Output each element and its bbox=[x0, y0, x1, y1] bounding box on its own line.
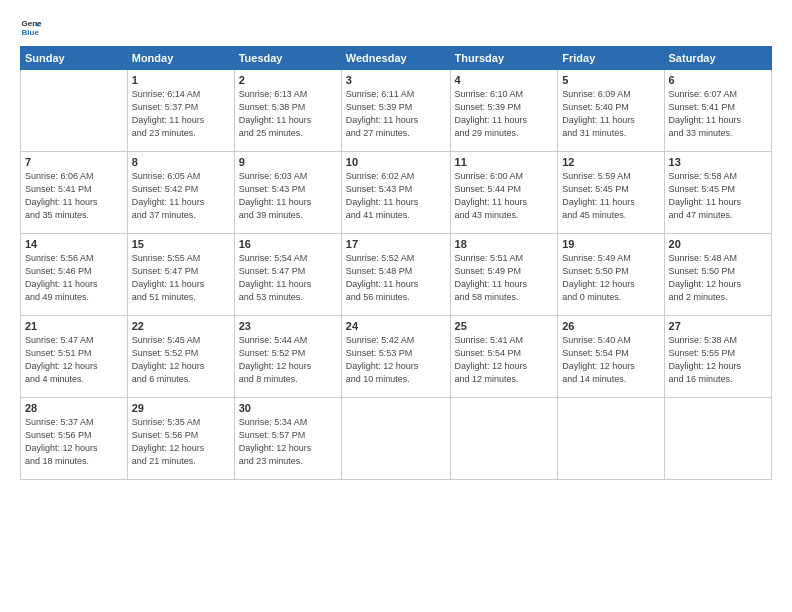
day-info: Sunrise: 6:11 AM Sunset: 5:39 PM Dayligh… bbox=[346, 88, 446, 140]
day-info: Sunrise: 6:05 AM Sunset: 5:42 PM Dayligh… bbox=[132, 170, 230, 222]
header-cell-saturday: Saturday bbox=[664, 47, 771, 70]
day-cell: 15Sunrise: 5:55 AM Sunset: 5:47 PM Dayli… bbox=[127, 234, 234, 316]
day-number: 13 bbox=[669, 156, 767, 168]
week-row-3: 14Sunrise: 5:56 AM Sunset: 5:46 PM Dayli… bbox=[21, 234, 772, 316]
day-cell: 11Sunrise: 6:00 AM Sunset: 5:44 PM Dayli… bbox=[450, 152, 558, 234]
day-info: Sunrise: 5:58 AM Sunset: 5:45 PM Dayligh… bbox=[669, 170, 767, 222]
day-info: Sunrise: 6:09 AM Sunset: 5:40 PM Dayligh… bbox=[562, 88, 659, 140]
day-cell: 7Sunrise: 6:06 AM Sunset: 5:41 PM Daylig… bbox=[21, 152, 128, 234]
header-cell-monday: Monday bbox=[127, 47, 234, 70]
day-cell: 1Sunrise: 6:14 AM Sunset: 5:37 PM Daylig… bbox=[127, 70, 234, 152]
day-info: Sunrise: 5:34 AM Sunset: 5:57 PM Dayligh… bbox=[239, 416, 337, 468]
day-cell: 22Sunrise: 5:45 AM Sunset: 5:52 PM Dayli… bbox=[127, 316, 234, 398]
header: General Blue bbox=[20, 16, 772, 38]
day-number: 12 bbox=[562, 156, 659, 168]
day-number: 23 bbox=[239, 320, 337, 332]
day-cell: 16Sunrise: 5:54 AM Sunset: 5:47 PM Dayli… bbox=[234, 234, 341, 316]
day-number: 7 bbox=[25, 156, 123, 168]
week-row-5: 28Sunrise: 5:37 AM Sunset: 5:56 PM Dayli… bbox=[21, 398, 772, 480]
day-cell: 26Sunrise: 5:40 AM Sunset: 5:54 PM Dayli… bbox=[558, 316, 664, 398]
day-cell: 9Sunrise: 6:03 AM Sunset: 5:43 PM Daylig… bbox=[234, 152, 341, 234]
day-cell bbox=[664, 398, 771, 480]
calendar-table: SundayMondayTuesdayWednesdayThursdayFrid… bbox=[20, 46, 772, 480]
day-number: 28 bbox=[25, 402, 123, 414]
day-number: 10 bbox=[346, 156, 446, 168]
day-number: 26 bbox=[562, 320, 659, 332]
day-number: 24 bbox=[346, 320, 446, 332]
day-info: Sunrise: 5:47 AM Sunset: 5:51 PM Dayligh… bbox=[25, 334, 123, 386]
day-number: 6 bbox=[669, 74, 767, 86]
day-number: 29 bbox=[132, 402, 230, 414]
header-row: SundayMondayTuesdayWednesdayThursdayFrid… bbox=[21, 47, 772, 70]
day-cell: 4Sunrise: 6:10 AM Sunset: 5:39 PM Daylig… bbox=[450, 70, 558, 152]
day-cell: 19Sunrise: 5:49 AM Sunset: 5:50 PM Dayli… bbox=[558, 234, 664, 316]
day-info: Sunrise: 5:51 AM Sunset: 5:49 PM Dayligh… bbox=[455, 252, 554, 304]
day-cell: 24Sunrise: 5:42 AM Sunset: 5:53 PM Dayli… bbox=[341, 316, 450, 398]
day-cell: 10Sunrise: 6:02 AM Sunset: 5:43 PM Dayli… bbox=[341, 152, 450, 234]
day-number: 5 bbox=[562, 74, 659, 86]
day-cell: 5Sunrise: 6:09 AM Sunset: 5:40 PM Daylig… bbox=[558, 70, 664, 152]
day-cell: 3Sunrise: 6:11 AM Sunset: 5:39 PM Daylig… bbox=[341, 70, 450, 152]
day-info: Sunrise: 5:37 AM Sunset: 5:56 PM Dayligh… bbox=[25, 416, 123, 468]
day-number: 17 bbox=[346, 238, 446, 250]
day-number: 18 bbox=[455, 238, 554, 250]
day-info: Sunrise: 5:42 AM Sunset: 5:53 PM Dayligh… bbox=[346, 334, 446, 386]
day-number: 2 bbox=[239, 74, 337, 86]
week-row-4: 21Sunrise: 5:47 AM Sunset: 5:51 PM Dayli… bbox=[21, 316, 772, 398]
day-cell: 2Sunrise: 6:13 AM Sunset: 5:38 PM Daylig… bbox=[234, 70, 341, 152]
day-info: Sunrise: 5:54 AM Sunset: 5:47 PM Dayligh… bbox=[239, 252, 337, 304]
day-cell bbox=[341, 398, 450, 480]
day-number: 16 bbox=[239, 238, 337, 250]
calendar-page: General Blue SundayMondayTuesdayWednesda… bbox=[0, 0, 792, 612]
day-number: 15 bbox=[132, 238, 230, 250]
logo-icon: General Blue bbox=[20, 16, 42, 38]
day-number: 25 bbox=[455, 320, 554, 332]
day-cell: 13Sunrise: 5:58 AM Sunset: 5:45 PM Dayli… bbox=[664, 152, 771, 234]
day-cell: 20Sunrise: 5:48 AM Sunset: 5:50 PM Dayli… bbox=[664, 234, 771, 316]
day-cell: 28Sunrise: 5:37 AM Sunset: 5:56 PM Dayli… bbox=[21, 398, 128, 480]
header-cell-friday: Friday bbox=[558, 47, 664, 70]
day-cell: 8Sunrise: 6:05 AM Sunset: 5:42 PM Daylig… bbox=[127, 152, 234, 234]
day-info: Sunrise: 5:38 AM Sunset: 5:55 PM Dayligh… bbox=[669, 334, 767, 386]
day-cell: 27Sunrise: 5:38 AM Sunset: 5:55 PM Dayli… bbox=[664, 316, 771, 398]
header-cell-wednesday: Wednesday bbox=[341, 47, 450, 70]
day-number: 27 bbox=[669, 320, 767, 332]
header-cell-thursday: Thursday bbox=[450, 47, 558, 70]
day-number: 21 bbox=[25, 320, 123, 332]
day-info: Sunrise: 5:45 AM Sunset: 5:52 PM Dayligh… bbox=[132, 334, 230, 386]
day-cell: 25Sunrise: 5:41 AM Sunset: 5:54 PM Dayli… bbox=[450, 316, 558, 398]
day-cell bbox=[450, 398, 558, 480]
day-info: Sunrise: 5:35 AM Sunset: 5:56 PM Dayligh… bbox=[132, 416, 230, 468]
week-row-1: 1Sunrise: 6:14 AM Sunset: 5:37 PM Daylig… bbox=[21, 70, 772, 152]
day-info: Sunrise: 6:02 AM Sunset: 5:43 PM Dayligh… bbox=[346, 170, 446, 222]
day-number: 4 bbox=[455, 74, 554, 86]
day-number: 1 bbox=[132, 74, 230, 86]
day-number: 20 bbox=[669, 238, 767, 250]
day-number: 14 bbox=[25, 238, 123, 250]
day-info: Sunrise: 5:40 AM Sunset: 5:54 PM Dayligh… bbox=[562, 334, 659, 386]
day-info: Sunrise: 5:55 AM Sunset: 5:47 PM Dayligh… bbox=[132, 252, 230, 304]
day-cell: 29Sunrise: 5:35 AM Sunset: 5:56 PM Dayli… bbox=[127, 398, 234, 480]
day-info: Sunrise: 5:41 AM Sunset: 5:54 PM Dayligh… bbox=[455, 334, 554, 386]
day-info: Sunrise: 5:49 AM Sunset: 5:50 PM Dayligh… bbox=[562, 252, 659, 304]
day-cell: 14Sunrise: 5:56 AM Sunset: 5:46 PM Dayli… bbox=[21, 234, 128, 316]
day-number: 22 bbox=[132, 320, 230, 332]
day-info: Sunrise: 5:44 AM Sunset: 5:52 PM Dayligh… bbox=[239, 334, 337, 386]
day-cell: 30Sunrise: 5:34 AM Sunset: 5:57 PM Dayli… bbox=[234, 398, 341, 480]
day-cell bbox=[558, 398, 664, 480]
header-cell-tuesday: Tuesday bbox=[234, 47, 341, 70]
day-number: 30 bbox=[239, 402, 337, 414]
day-number: 3 bbox=[346, 74, 446, 86]
day-info: Sunrise: 6:03 AM Sunset: 5:43 PM Dayligh… bbox=[239, 170, 337, 222]
day-cell: 17Sunrise: 5:52 AM Sunset: 5:48 PM Dayli… bbox=[341, 234, 450, 316]
day-info: Sunrise: 6:07 AM Sunset: 5:41 PM Dayligh… bbox=[669, 88, 767, 140]
day-info: Sunrise: 6:13 AM Sunset: 5:38 PM Dayligh… bbox=[239, 88, 337, 140]
day-cell: 21Sunrise: 5:47 AM Sunset: 5:51 PM Dayli… bbox=[21, 316, 128, 398]
day-cell bbox=[21, 70, 128, 152]
day-cell: 23Sunrise: 5:44 AM Sunset: 5:52 PM Dayli… bbox=[234, 316, 341, 398]
svg-text:General: General bbox=[21, 19, 42, 28]
day-number: 9 bbox=[239, 156, 337, 168]
logo: General Blue bbox=[20, 16, 46, 38]
day-cell: 12Sunrise: 5:59 AM Sunset: 5:45 PM Dayli… bbox=[558, 152, 664, 234]
week-row-2: 7Sunrise: 6:06 AM Sunset: 5:41 PM Daylig… bbox=[21, 152, 772, 234]
